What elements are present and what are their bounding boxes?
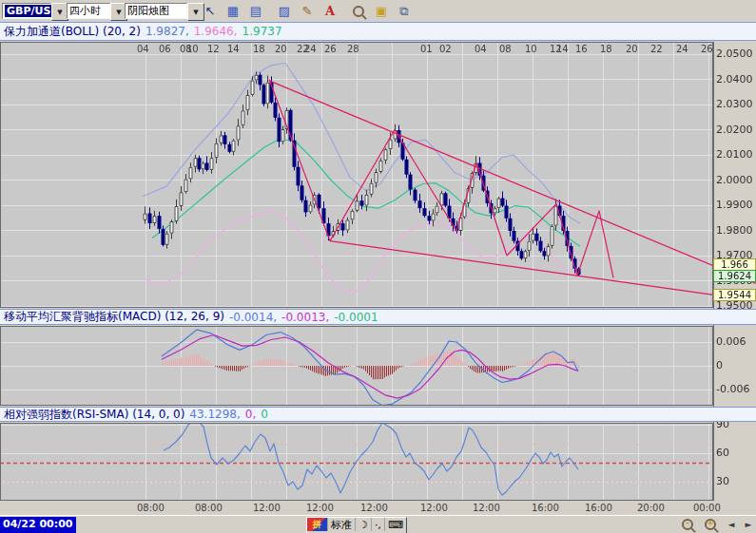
- time-label: 00:00: [693, 503, 721, 513]
- macd-indicator-header: 移动平均汇聚背驰指标(MACD) (12, 26, 9) -0.0014, -0…: [0, 309, 756, 325]
- time-axis: 08:0008:0012:0012:0012:0012:0012:0016:00…: [0, 502, 756, 515]
- chart-type-field[interactable]: 阴阳烛图: [125, 3, 187, 19]
- last-price-marker: 1.9624: [713, 270, 756, 282]
- time-label: 12:00: [306, 503, 334, 513]
- ime-fullwidth-moon-icon[interactable]: ☽: [356, 518, 372, 531]
- rsi-value-3: 0: [261, 408, 268, 421]
- scroll-left-button[interactable]: ◄: [723, 518, 740, 531]
- current-datetime: 04/22 00:00: [0, 517, 76, 533]
- symbol-combobox[interactable]: GBP/USD ▼: [2, 3, 68, 19]
- status-bar: 04/22 00:00 拼 标准 ☽ ·, ⌨ - + ◄ ►: [0, 515, 756, 533]
- time-label: 12:00: [420, 503, 448, 513]
- time-label: 08:00: [195, 503, 223, 513]
- macd-value: -0.0014,: [229, 311, 277, 324]
- rsi-label: 相对强弱指数(RSI-SMA) (14, 0, 0): [4, 407, 184, 423]
- ime-logo-icon[interactable]: 拼: [307, 518, 328, 531]
- macd-signal-value: -0.0013,: [281, 311, 329, 324]
- time-label: 16:00: [532, 503, 559, 513]
- new-chart-icon[interactable]: ▨: [274, 2, 295, 20]
- chart-type-value: 阴阳烛图: [127, 4, 169, 18]
- boll-mid-value: 1.9737: [242, 25, 282, 38]
- chart-type-combobox[interactable]: 阴阳烛图 ▼: [125, 3, 204, 19]
- price-chart-canvas[interactable]: [0, 42, 756, 504]
- boll-label: 保力加通道(BOLL) (20, 2): [4, 24, 141, 40]
- period-value: 四小时: [69, 4, 101, 18]
- time-label: 12:00: [360, 503, 388, 513]
- link-windows-icon[interactable]: ⧉: [394, 2, 415, 20]
- rsi-value: 43.1298,: [189, 408, 240, 421]
- ime-mode-button[interactable]: 标准: [328, 518, 356, 531]
- time-label: 12:00: [473, 503, 500, 513]
- main-toolbar: GBP/USD ▼ 四小时 ▼ 阴阳烛图 ▼ ↖▦▤▨✎A▣⧉: [0, 0, 756, 23]
- boll-indicator-header: 保力加通道(BOLL) (20, 2) 1.9827, 1.9646, 1.97…: [0, 22, 756, 41]
- rsi-value-2: 0,: [245, 408, 256, 421]
- pointer-tool-icon[interactable]: ↖: [200, 2, 221, 20]
- indicators-icon[interactable]: ▦: [223, 2, 243, 20]
- edit-chart-icon[interactable]: ✎: [297, 2, 318, 20]
- zoom-tool-icon[interactable]: [348, 2, 369, 20]
- data-window-icon[interactable]: ▤: [245, 2, 266, 20]
- time-label: 16:00: [585, 503, 612, 513]
- period-field[interactable]: 四小时: [67, 3, 110, 19]
- save-image-icon[interactable]: ▣: [371, 2, 392, 20]
- time-label: 12:00: [253, 503, 281, 513]
- text-tool-icon[interactable]: A: [320, 2, 340, 20]
- trendline-lower-price-marker: 1.9544: [713, 289, 756, 301]
- ime-keyboard-icon[interactable]: ⌨: [385, 518, 406, 531]
- period-combobox[interactable]: 四小时 ▼: [67, 3, 127, 19]
- macd-hist-value: -0.0001: [334, 311, 378, 324]
- zoom-in-button[interactable]: +: [702, 518, 719, 531]
- time-label: 08:00: [137, 503, 165, 513]
- time-label: 20:00: [637, 503, 665, 513]
- boll-upper-value: 1.9827,: [145, 25, 189, 38]
- zoom-out-button[interactable]: -: [679, 518, 696, 531]
- rsi-indicator-header: 相对强弱指数(RSI-SMA) (14, 0, 0) 43.1298, 0, 0: [0, 407, 756, 422]
- ime-punctuation-icon[interactable]: ·,: [372, 518, 385, 531]
- macd-label: 移动平均汇聚背驰指标(MACD) (12, 26, 9): [4, 309, 224, 325]
- app-root: { "toolbar": { "symbol_select": "GBP/USD…: [0, 0, 756, 533]
- scroll-right-button[interactable]: ►: [740, 518, 756, 531]
- ime-language-bar[interactable]: 拼 标准 ☽ ·, ⌨: [306, 517, 407, 533]
- symbol-field[interactable]: GBP/USD: [2, 3, 51, 19]
- boll-lower-value: 1.9646,: [194, 25, 238, 38]
